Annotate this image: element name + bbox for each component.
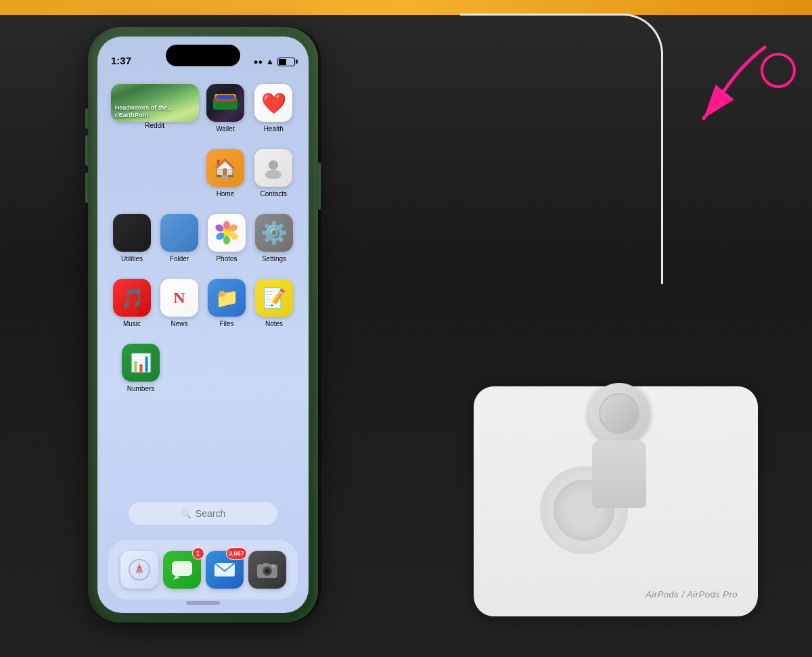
app-row-3: Utilities Folder	[108, 214, 298, 263]
phone-case: 1:37 ●● ▲ Headwaters of the...r/Earth	[88, 27, 318, 622]
watch-charger-base	[592, 440, 646, 508]
app-label-health: Health	[264, 125, 284, 133]
dock-mail[interactable]: 3,667	[206, 551, 244, 589]
svg-rect-14	[172, 561, 192, 576]
app-label-photos: Photos	[216, 255, 237, 263]
app-label-music: Music	[123, 320, 141, 327]
app-numbers[interactable]: 📊 Numbers	[119, 344, 162, 392]
svg-marker-15	[173, 576, 180, 580]
app-home[interactable]: 🏠 Home	[204, 149, 247, 198]
app-label-folder: Folder	[170, 255, 189, 263]
volume-down-button[interactable]	[85, 173, 89, 203]
contacts-icon	[254, 149, 292, 187]
phone-screen: 1:37 ●● ▲ Headwaters of the...r/Earth	[97, 37, 309, 613]
app-label-utilities: Utilities	[121, 255, 143, 263]
app-settings[interactable]: ⚙️ Settings	[252, 214, 296, 263]
charging-pad-label: AirPods / AirPods Pro	[646, 589, 738, 599]
app-label-reddit: Reddit	[145, 122, 164, 129]
home-grid: Headwaters of the...r/EarthPorn Reddit	[97, 77, 309, 415]
app-health[interactable]: ❤️ Health	[252, 84, 295, 133]
mail-badge: 3,667	[226, 547, 247, 560]
watch-charger	[582, 373, 656, 508]
photos-icon	[208, 214, 246, 252]
side-button[interactable]	[317, 162, 321, 210]
app-notes[interactable]: 📝 Notes	[252, 279, 296, 327]
notes-icon: 📝	[255, 279, 293, 317]
app-row-1: Headwaters of the...r/EarthPorn Reddit	[108, 84, 298, 133]
app-label-home: Home	[217, 190, 235, 198]
mute-switch	[85, 108, 89, 129]
app-label-notes: Notes	[265, 320, 283, 327]
messages-badge: 1	[192, 547, 204, 560]
search-icon: 🔍	[181, 509, 191, 519]
watch-charger-puck-inner	[599, 393, 639, 434]
app-folder[interactable]: Folder	[158, 214, 201, 263]
phone-outer: 1:37 ●● ▲ Headwaters of the...r/Earth	[88, 27, 318, 629]
app-row-4: 🎵 Music N News 📁 Files	[108, 279, 298, 327]
phone-connector	[186, 601, 220, 605]
app-photos[interactable]: Photos	[205, 214, 248, 263]
app-label-numbers: Numbers	[127, 385, 155, 392]
health-heart-icon: ❤️	[261, 91, 286, 115]
app-reddit-widget[interactable]: Headwaters of the...r/EarthPorn Reddit	[111, 84, 199, 133]
svg-rect-21	[263, 563, 269, 566]
numbers-chart-icon: 📊	[130, 353, 152, 373]
music-icon: 🎵	[113, 279, 151, 317]
wallet-icon	[206, 84, 244, 122]
app-contacts[interactable]: Contacts	[252, 149, 295, 198]
numbers-icon: 📊	[122, 344, 160, 382]
reddit-icon-bg: Headwaters of the...r/EarthPorn	[111, 84, 199, 122]
svg-point-0	[269, 160, 278, 170]
status-icons: ●● ▲	[254, 57, 295, 66]
dynamic-island	[166, 45, 240, 66]
signal-icon: ●●	[254, 58, 263, 66]
app-row-2: 🏠 Home Contacts	[108, 149, 298, 198]
app-files[interactable]: 📁 Files	[205, 279, 248, 327]
cable-white	[460, 14, 663, 284]
dock-messages[interactable]: 1	[163, 551, 201, 589]
news-n-icon: N	[173, 289, 185, 307]
app-label-news: News	[171, 320, 187, 327]
volume-up-button[interactable]	[85, 135, 89, 166]
battery-fill	[279, 59, 286, 65]
watch-charger-puck	[589, 383, 650, 444]
folder-icon	[160, 214, 198, 252]
svg-point-22	[272, 565, 275, 568]
gear-icon: ⚙️	[261, 220, 288, 246]
svg-point-6	[223, 236, 230, 245]
app-label-wallet: Wallet	[216, 125, 234, 133]
dock-camera[interactable]	[248, 551, 286, 589]
camera-icon	[248, 551, 286, 589]
app-label-contacts: Contacts	[261, 190, 287, 198]
reddit-sublabel: Headwaters of the...r/EarthPorn	[115, 104, 173, 119]
svg-point-20	[265, 569, 269, 573]
search-label: Search	[196, 508, 225, 519]
wifi-icon: ▲	[266, 57, 274, 66]
app-label-settings: Settings	[262, 255, 286, 263]
utilities-icon	[113, 214, 151, 252]
settings-icon: ⚙️	[255, 214, 293, 252]
app-row-5: 📊 Numbers	[108, 344, 298, 392]
top-strip	[0, 0, 812, 15]
battery-icon	[277, 58, 295, 66]
app-label-files: Files	[219, 320, 233, 327]
safari-icon	[120, 551, 158, 589]
search-bar[interactable]: 🔍 Search	[129, 502, 277, 525]
app-utilities[interactable]: Utilities	[110, 214, 154, 263]
health-icon: ❤️	[254, 84, 292, 122]
status-time: 1:37	[111, 55, 131, 66]
spacer-row2	[111, 149, 199, 198]
home-icon: 🏠	[206, 149, 244, 187]
app-music[interactable]: 🎵 Music	[110, 279, 154, 327]
files-icon: 📁	[208, 279, 246, 317]
svg-point-1	[265, 170, 281, 179]
app-news[interactable]: N News	[158, 279, 201, 327]
dock: 1 3,667	[108, 540, 298, 599]
news-icon: N	[160, 279, 198, 317]
dock-safari[interactable]	[120, 551, 158, 589]
app-wallet[interactable]: Wallet	[204, 84, 247, 133]
